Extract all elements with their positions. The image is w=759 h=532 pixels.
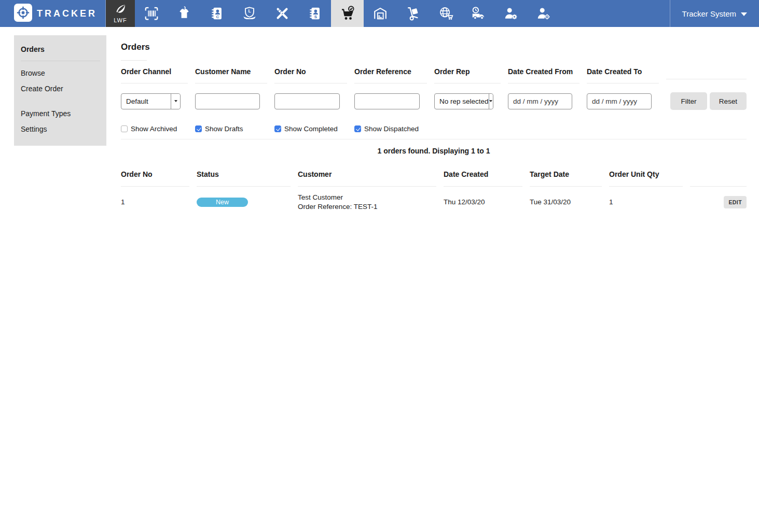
page-title: Orders: [121, 42, 747, 52]
svg-text:L: L: [248, 8, 251, 13]
nav-item-user-admin[interactable]: [494, 0, 527, 27]
account-menu[interactable]: Tracker System: [670, 0, 759, 27]
order-reference-input[interactable]: [354, 93, 420, 109]
results-summary: 1 orders found. Displaying 1 to 1: [121, 147, 747, 155]
reset-button[interactable]: Reset: [710, 92, 747, 110]
cell-date-created: Thu 12/03/20: [444, 198, 522, 206]
order-rep-select[interactable]: No rep selected: [434, 93, 493, 109]
chevron-down-icon: [741, 12, 747, 16]
status-badge: New: [197, 198, 248, 207]
checkbox-icon[interactable]: [195, 125, 202, 132]
filter-label-order-channel: Order Channel: [121, 67, 188, 83]
checkbox-label: Show Dispatched: [364, 125, 419, 133]
filter-label-order-reference: Order Reference: [354, 67, 427, 83]
sidebar-title: Orders: [14, 41, 106, 53]
date-created-to-input[interactable]: dd / mm / yyyy: [587, 93, 652, 109]
filter-label-date-created-to: Date Created To: [587, 67, 659, 83]
top-navigation-bar: TRACKER LWF: [0, 0, 759, 27]
nav-item-brand-shield[interactable]: L: [233, 0, 266, 27]
filter-labels-row: Order Channel Customer Name Order No Ord…: [121, 67, 747, 83]
show-dispatched-checkbox[interactable]: Show Dispatched: [354, 125, 427, 133]
nav-item-contacts-suppliers[interactable]: S: [298, 0, 331, 27]
user-gear-icon: [503, 6, 519, 21]
order-rep-select-value: No rep selected: [435, 97, 489, 105]
checkbox-label: Show Drafts: [205, 125, 243, 133]
contacts-book-c-icon: C: [209, 6, 225, 21]
filter-button[interactable]: Filter: [670, 92, 707, 110]
checkbox-icon[interactable]: [354, 125, 361, 132]
show-archived-checkbox[interactable]: Show Archived: [121, 125, 188, 133]
customer-order-reference: Order Reference: TEST-1: [298, 203, 436, 211]
cell-customer: Test Customer Order Reference: TEST-1: [298, 193, 436, 211]
nav-item-warehouse[interactable]: [364, 0, 396, 27]
feather-icon: [113, 4, 128, 18]
workspace-badge[interactable]: LWF: [106, 0, 135, 27]
order-no-input[interactable]: [274, 93, 340, 109]
filter-buttons: Filter Reset: [666, 92, 747, 110]
nav-item-garments[interactable]: [168, 0, 200, 27]
cell-status: New: [197, 198, 291, 207]
brand-name: TRACKER: [37, 8, 97, 19]
nav-item-online-store[interactable]: [429, 0, 462, 27]
filter-label-date-created-from: Date Created From: [508, 67, 579, 83]
cell-actions: EDIT: [690, 196, 747, 208]
sidebar-item-payment-types[interactable]: Payment Types: [14, 106, 106, 121]
brand-logo[interactable]: TRACKER: [0, 0, 105, 27]
filter-label-order-no: Order No: [274, 67, 347, 83]
nav-item-design-tools[interactable]: [266, 0, 298, 27]
filter-label-actions-spacer: [666, 72, 747, 79]
hand-truck-icon: [405, 6, 421, 21]
nav-item-user-target[interactable]: [527, 0, 560, 27]
main-content: Orders Order Channel Customer Name Order…: [121, 35, 747, 217]
order-channel-select[interactable]: Default: [121, 93, 181, 109]
date-created-from-value: dd / mm / yyyy: [513, 97, 558, 105]
barcode-scan-icon: [144, 6, 159, 21]
nav-item-dispatch-truck[interactable]: [462, 0, 494, 27]
results-header-row: Order No Status Customer Date Created Ta…: [121, 170, 747, 187]
account-label: Tracker System: [682, 9, 736, 18]
edit-button[interactable]: EDIT: [724, 196, 747, 208]
nav-icon-strip: C L: [135, 0, 560, 27]
show-drafts-checkbox[interactable]: Show Drafts: [195, 125, 267, 133]
divider: [21, 61, 100, 61]
checkbox-icon[interactable]: [274, 125, 281, 132]
filter-label-customer-name: Customer Name: [195, 67, 267, 83]
ruler-pencil-icon: [274, 6, 290, 21]
column-header-date-created: Date Created: [444, 170, 522, 187]
cart-check-icon: [339, 5, 356, 22]
contacts-book-s-icon: S: [307, 6, 323, 21]
column-header-customer: Customer: [298, 170, 436, 187]
nav-item-barcode-scan[interactable]: [135, 0, 168, 27]
cell-order-no: 1: [121, 198, 189, 206]
nav-item-goods-handling[interactable]: [396, 0, 429, 27]
filter-controls-row: Default No rep selected dd / mm / yyyy d…: [121, 92, 747, 110]
column-header-target-date: Target Date: [530, 170, 602, 187]
nav-item-contacts-customers[interactable]: C: [200, 0, 233, 27]
sidebar-item-browse[interactable]: Browse: [14, 65, 106, 81]
svg-text:C: C: [216, 15, 219, 19]
cell-target-date: Tue 31/03/20: [530, 198, 602, 206]
sidebar-item-create-order[interactable]: Create Order: [14, 81, 106, 96]
tshirt-hanger-icon: [176, 6, 192, 21]
warehouse-icon: [372, 6, 388, 21]
date-created-to-value: dd / mm / yyyy: [592, 97, 637, 105]
tracker-target-icon: [14, 4, 32, 24]
date-created-from-input[interactable]: dd / mm / yyyy: [508, 93, 572, 109]
order-channel-select-value: Default: [121, 97, 148, 105]
cell-order-unit-qty: 1: [609, 198, 683, 206]
nav-item-orders-cart[interactable]: [331, 0, 364, 27]
column-header-status: Status: [197, 170, 291, 187]
globe-cart-icon: [438, 6, 453, 21]
svg-text:S: S: [314, 15, 316, 19]
sidebar-item-settings[interactable]: Settings: [14, 121, 106, 137]
customer-name-input[interactable]: [195, 93, 260, 109]
workspace-label: LWF: [114, 17, 127, 23]
column-header-order-unit-qty: Order Unit Qty: [609, 170, 683, 187]
chevron-down-icon: [489, 94, 493, 109]
filter-checkbox-row: Show Archived Show Drafts Show Completed…: [121, 125, 747, 133]
divider: [121, 60, 147, 61]
column-header-order-no: Order No: [121, 170, 189, 187]
checkbox-icon[interactable]: [121, 125, 128, 132]
show-completed-checkbox[interactable]: Show Completed: [274, 125, 347, 133]
column-header-actions-spacer: [690, 170, 747, 187]
